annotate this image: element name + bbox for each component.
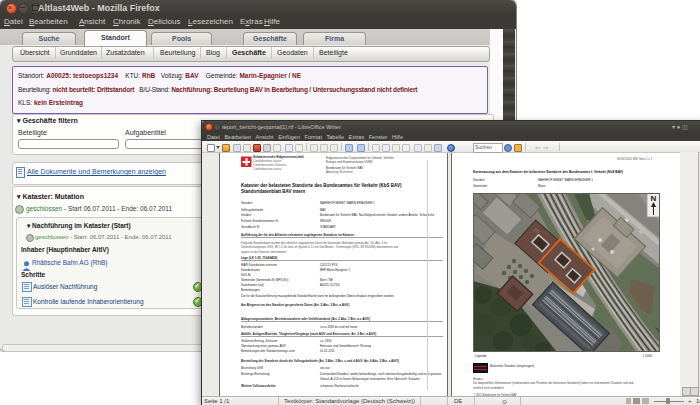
svg-text:N: N xyxy=(651,194,657,203)
